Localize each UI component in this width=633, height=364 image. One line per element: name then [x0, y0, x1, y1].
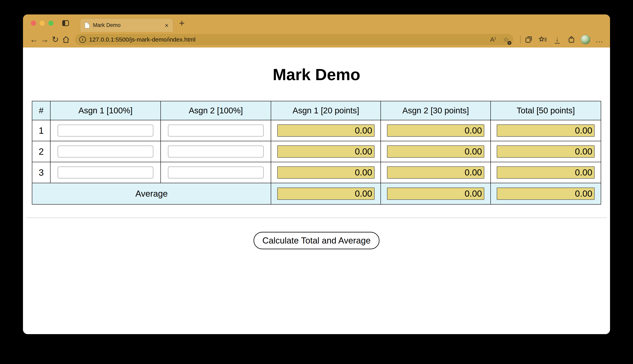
asgn2-points-output[interactable]: [387, 124, 485, 137]
total-output[interactable]: [497, 166, 594, 179]
header-row: # Asgn 1 [100%] Asgn 2 [100%] Asgn 1 [20…: [32, 101, 601, 120]
collections-icon: [525, 36, 533, 44]
favorite-badge-icon: +: [507, 41, 511, 45]
read-aloud-button[interactable]: A⁾: [488, 34, 498, 44]
favorites-icon: [539, 36, 547, 44]
reload-icon: ↻: [52, 36, 59, 44]
column-header-total: Total [50 points]: [491, 101, 601, 120]
asgn1-input[interactable]: [58, 146, 153, 158]
asgn2-points-output[interactable]: [387, 166, 485, 179]
asgn1-input[interactable]: [58, 125, 153, 136]
desktop-background: Mark Demo × + ← → ↻ i 127.0.0.1:5500/js-…: [0, 0, 633, 364]
window-zoom-button[interactable]: [48, 20, 54, 26]
page-favicon-icon: [85, 22, 90, 28]
browser-tab[interactable]: Mark Demo ×: [80, 18, 173, 32]
average-row: Average: [32, 183, 601, 204]
browser-toolbar: ← → ↻ i 127.0.0.1:5500/js-mark-demo/inde…: [23, 32, 610, 48]
asgn2-average-output[interactable]: [387, 188, 485, 200]
info-letter: i: [82, 37, 83, 42]
column-header-asgn1-pct: Asgn 1 [100%]: [50, 101, 161, 120]
total-output[interactable]: [497, 146, 594, 158]
url-text: 127.0.0.1:5500/js-mark-demo/index.html: [89, 36, 485, 43]
window-close-button[interactable]: [31, 20, 36, 26]
download-icon: ↓: [555, 36, 560, 44]
reload-button[interactable]: ↻: [50, 34, 61, 45]
section-divider: [26, 218, 607, 218]
tab-close-button[interactable]: ×: [165, 22, 168, 29]
back-icon: ←: [30, 36, 38, 44]
new-tab-button[interactable]: +: [179, 18, 184, 28]
home-icon: [62, 36, 70, 44]
plus-icon: +: [179, 18, 184, 28]
table-row: 2: [32, 141, 601, 162]
column-header-num: #: [32, 101, 50, 120]
asgn2-points-output[interactable]: [387, 146, 485, 158]
downloads-button[interactable]: ↓: [552, 34, 562, 44]
table-row: 1: [32, 120, 601, 141]
total-output[interactable]: [497, 124, 594, 137]
asgn1-points-output[interactable]: [277, 124, 375, 137]
toolbar-right-icons: ↓ …: [524, 34, 604, 44]
tab-bar: Mark Demo × +: [23, 14, 610, 32]
tab-actions-button[interactable]: [62, 20, 69, 26]
read-aloud-icon: A⁾: [490, 36, 496, 43]
column-header-asgn1-points: Asgn 1 [20 points]: [271, 101, 381, 120]
row-number: 2: [32, 141, 50, 162]
ellipsis-icon: …: [595, 36, 604, 44]
browser-window: Mark Demo × + ← → ↻ i 127.0.0.1:5500/js-…: [23, 14, 610, 334]
row-number: 1: [32, 120, 50, 141]
page-title: Mark Demo: [23, 65, 610, 84]
column-header-asgn2-pct: Asgn 2 [100%]: [161, 101, 271, 120]
asgn2-input[interactable]: [168, 146, 264, 158]
close-icon: ×: [165, 22, 168, 29]
extensions-icon: [567, 36, 575, 44]
total-average-output[interactable]: [497, 188, 594, 200]
row-number: 3: [32, 162, 50, 183]
average-label: Average: [32, 183, 271, 204]
back-button[interactable]: ←: [29, 34, 39, 45]
page-content: Mark Demo # Asgn 1 [100%] Asgn 2 [100%] …: [23, 48, 610, 334]
asgn1-points-output[interactable]: [277, 146, 375, 158]
asgn1-average-output[interactable]: [277, 188, 375, 200]
sidebar-icon: [62, 20, 69, 26]
asgn1-points-output[interactable]: [277, 166, 375, 179]
home-button[interactable]: [61, 34, 71, 45]
asgn2-input[interactable]: [168, 125, 264, 136]
asgn2-input[interactable]: [168, 166, 264, 178]
asgn1-input[interactable]: [58, 166, 153, 178]
collections-button[interactable]: [524, 34, 534, 44]
tab-title: Mark Demo: [93, 22, 121, 28]
add-favorite-button[interactable]: ☆ +: [501, 34, 511, 44]
site-info-icon[interactable]: i: [79, 36, 86, 43]
settings-menu-button[interactable]: …: [594, 34, 604, 44]
calculate-button[interactable]: Calculate Total and Average: [254, 232, 379, 249]
extensions-button[interactable]: [566, 34, 576, 44]
forward-icon: →: [40, 36, 49, 44]
address-bar[interactable]: i 127.0.0.1:5500/js-mark-demo/index.html…: [75, 34, 513, 45]
favorites-button[interactable]: [538, 34, 548, 44]
window-minimize-button[interactable]: [40, 20, 45, 26]
button-row: Calculate Total and Average: [23, 232, 610, 249]
toolbar-divider: [520, 36, 521, 44]
table-row: 3: [32, 162, 601, 183]
traffic-lights: [23, 20, 54, 26]
column-header-asgn2-points: Asgn 2 [30 points]: [381, 101, 490, 120]
marks-table: # Asgn 1 [100%] Asgn 2 [100%] Asgn 1 [20…: [32, 101, 601, 204]
forward-button[interactable]: →: [39, 34, 50, 45]
profile-avatar[interactable]: [581, 35, 590, 44]
